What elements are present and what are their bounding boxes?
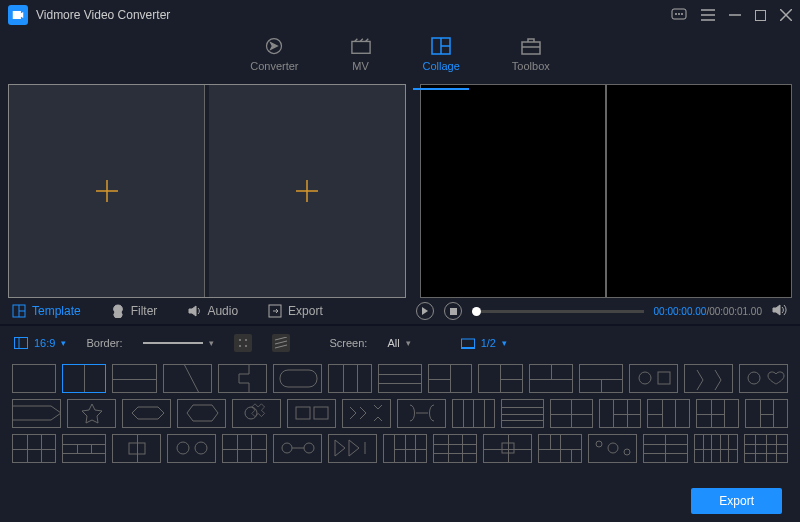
template-item[interactable] [122,399,171,428]
border-width-select[interactable]: ▾ [143,338,214,348]
svg-point-3 [681,13,682,14]
template-item[interactable] [12,364,56,393]
template-item[interactable] [694,434,738,463]
page-select[interactable]: 1/2 ▾ [461,337,507,349]
template-item[interactable] [167,434,216,463]
feedback-icon[interactable] [671,8,687,22]
svg-rect-36 [461,339,474,348]
option-label: Audio [207,304,238,318]
menu-icon[interactable] [701,9,715,21]
aspect-ratio-select[interactable]: 16:9 ▾ [14,337,66,349]
svg-rect-41 [658,372,670,384]
template-item[interactable] [177,399,226,428]
add-media-slot-2[interactable] [209,85,405,297]
template-item[interactable] [287,399,336,428]
border-color-button[interactable] [234,334,252,352]
template-item[interactable] [232,399,281,428]
template-item[interactable] [433,434,477,463]
export-button[interactable]: Export [691,488,782,514]
option-tab-filter[interactable]: Filter [111,304,158,318]
titlebar: Vidmore Video Converter [0,0,800,30]
svg-point-1 [675,13,676,14]
template-item[interactable] [529,364,573,393]
add-media-slot-1[interactable] [9,85,205,297]
template-item[interactable] [12,434,56,463]
svg-point-48 [177,442,189,454]
minimize-icon[interactable] [729,9,741,21]
template-item[interactable] [588,434,637,463]
option-tab-export[interactable]: Export [268,304,323,318]
template-item[interactable] [328,364,372,393]
svg-rect-8 [756,10,766,20]
template-item[interactable] [383,434,427,463]
editor-pane [8,84,406,298]
template-item[interactable] [62,434,106,463]
border-style-button[interactable] [272,334,290,352]
template-item[interactable] [163,364,212,393]
template-item[interactable] [550,399,593,428]
screen-label: Screen: [330,337,368,349]
template-item[interactable] [273,364,322,393]
svg-line-33 [275,337,287,340]
volume-icon[interactable] [772,303,788,320]
template-item[interactable] [112,434,161,463]
template-item[interactable] [478,364,522,393]
stop-button[interactable] [444,302,462,320]
svg-rect-46 [314,407,328,419]
template-item[interactable] [501,399,544,428]
template-item[interactable] [12,399,61,428]
option-tab-template[interactable]: Template [12,304,81,318]
tab-underline [413,88,469,90]
maximize-icon[interactable] [755,10,766,21]
svg-point-54 [596,441,602,447]
template-item[interactable] [629,364,678,393]
template-row [12,364,788,393]
template-item[interactable] [328,434,377,463]
template-item[interactable] [538,434,582,463]
option-label: Export [288,304,323,318]
template-item[interactable] [67,399,116,428]
tab-mv[interactable]: MV [351,36,371,72]
svg-point-55 [608,443,618,453]
template-item[interactable] [483,434,532,463]
template-item[interactable] [599,399,642,428]
border-label: Border: [86,337,122,349]
option-tab-audio[interactable]: Audio [187,304,238,318]
template-item[interactable] [643,434,687,463]
tab-collage[interactable]: Collage [423,36,460,72]
template-item[interactable] [378,364,422,393]
template-item[interactable] [397,399,446,428]
template-item[interactable] [428,364,472,393]
screen-select[interactable]: All▾ [387,337,410,349]
template-item[interactable] [696,399,739,428]
template-item[interactable] [112,364,156,393]
template-item[interactable] [62,364,106,393]
scrubber-handle[interactable] [472,307,481,316]
template-item[interactable] [342,399,391,428]
svg-line-34 [275,341,287,344]
template-item[interactable] [222,434,266,463]
template-item[interactable] [579,364,623,393]
template-item[interactable] [647,399,690,428]
svg-point-40 [639,372,651,384]
svg-marker-43 [187,405,218,421]
tab-converter[interactable]: Converter [250,36,298,72]
chevron-down-icon: ▾ [209,338,214,348]
tab-label: MV [352,60,369,72]
close-icon[interactable] [780,9,792,21]
scrubber[interactable] [472,310,644,313]
svg-point-42 [748,372,760,384]
template-row [12,399,788,428]
tab-toolbox[interactable]: Toolbox [512,36,550,72]
template-item[interactable] [739,364,788,393]
converter-icon [264,36,284,56]
template-item[interactable] [273,434,322,463]
template-item[interactable] [452,399,495,428]
template-item[interactable] [218,364,267,393]
page-value: 1/2 [481,337,496,349]
play-button[interactable] [416,302,434,320]
template-item[interactable] [745,399,788,428]
template-item[interactable] [684,364,733,393]
toolbox-icon [521,36,541,56]
template-item[interactable] [744,434,788,463]
